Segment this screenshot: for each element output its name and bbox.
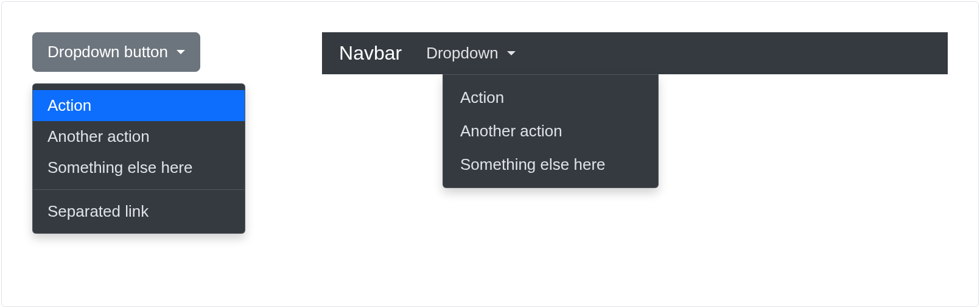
dropdown-divider bbox=[33, 189, 245, 190]
navbar-wrapper: Navbar Dropdown Action Another action So… bbox=[322, 32, 948, 74]
navbar-dropdown-toggle[interactable]: Dropdown bbox=[426, 44, 516, 63]
content-row: Dropdown button Action Another action So… bbox=[32, 32, 948, 74]
caret-down-icon bbox=[177, 50, 185, 54]
dropdown-item-action[interactable]: Action bbox=[33, 90, 245, 121]
navbar-dropdown-menu: Action Another action Something else her… bbox=[443, 74, 659, 188]
dropdown-button-label: Dropdown button bbox=[47, 40, 168, 64]
dropdown-button[interactable]: Dropdown button bbox=[32, 32, 200, 72]
dropdown-button-wrapper: Dropdown button Action Another action So… bbox=[32, 32, 200, 72]
dropdown-item-separated[interactable]: Separated link bbox=[33, 196, 245, 227]
example-card: Dropdown button Action Another action So… bbox=[1, 1, 979, 307]
dropdown-item-something-else[interactable]: Something else here bbox=[33, 152, 245, 183]
navbar-dropdown-item-something-else[interactable]: Something else here bbox=[443, 148, 658, 181]
navbar-dropdown-label: Dropdown bbox=[426, 44, 499, 63]
dropdown-menu: Action Another action Something else her… bbox=[32, 83, 245, 234]
navbar-dropdown-item-action[interactable]: Action bbox=[443, 81, 658, 114]
navbar: Navbar Dropdown bbox=[322, 32, 948, 74]
dropdown-item-another-action[interactable]: Another action bbox=[33, 121, 245, 152]
caret-down-icon bbox=[507, 51, 516, 55]
navbar-brand[interactable]: Navbar bbox=[339, 42, 402, 65]
navbar-dropdown-item-another-action[interactable]: Another action bbox=[443, 114, 658, 148]
